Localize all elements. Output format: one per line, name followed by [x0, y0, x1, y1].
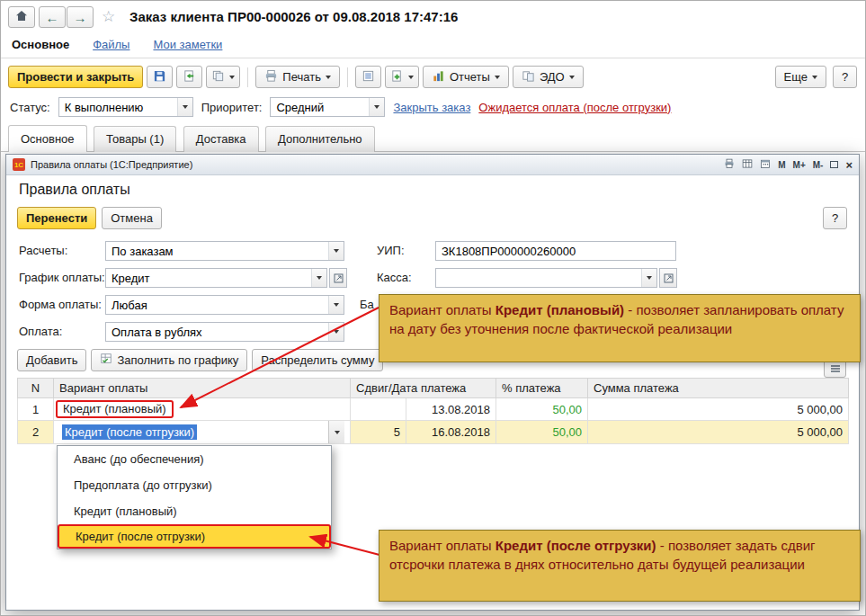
col-header-variant[interactable]: Вариант оплаты — [54, 379, 351, 398]
payment-select[interactable]: Оплата в рублях — [105, 322, 344, 342]
journal-button[interactable] — [355, 66, 381, 88]
back-icon: ← — [46, 10, 59, 25]
payment-expected-note[interactable]: Ожидается оплата (после отгрузки) — [478, 101, 671, 114]
create-based-on-button[interactable] — [385, 66, 419, 88]
post-document-icon — [183, 69, 196, 85]
bank-account-label-truncated: Ба — [360, 298, 374, 311]
copy-button[interactable] — [206, 66, 240, 88]
edo-button[interactable]: ЭДО — [513, 66, 584, 88]
save-button[interactable] — [147, 66, 173, 88]
print-button[interactable]: Печать — [255, 66, 340, 88]
table-row-selected[interactable]: 2 Кредит (после отгрузки) 5 16.08.2018 5… — [18, 421, 849, 444]
dialog-help-button[interactable]: ? — [823, 207, 847, 229]
forward-button[interactable]: → — [67, 6, 94, 28]
dialog-buttons: Перенести Отмена — [17, 207, 162, 229]
dialog-print-icon[interactable] — [724, 158, 735, 171]
help-button[interactable]: ? — [833, 66, 857, 88]
open-schedule-button[interactable] — [329, 268, 347, 288]
dialog-calendar-icon[interactable] — [760, 158, 771, 171]
transfer-button[interactable]: Перенести — [17, 207, 96, 229]
row-number[interactable]: 2 — [18, 421, 54, 444]
open-cashbox-button[interactable] — [659, 268, 677, 288]
date-cell[interactable]: 16.08.2018 — [406, 421, 496, 444]
shift-cell[interactable]: 5 — [351, 421, 406, 444]
reports-button[interactable]: Отчеты — [423, 66, 509, 88]
cell-dropdown-button[interactable] — [328, 421, 344, 443]
payment-form-select[interactable]: Любая — [105, 295, 344, 315]
col-header-sum[interactable]: Сумма платежа — [588, 379, 849, 398]
back-button[interactable]: ← — [39, 6, 66, 28]
nav-item-notes[interactable]: Мои заметки — [153, 38, 222, 51]
tab-additional[interactable]: Дополнительно — [265, 126, 375, 152]
nav-item-files[interactable]: Файлы — [93, 38, 129, 51]
dialog-titlebar-text: Правила оплаты (1С:Предприятие) — [31, 159, 192, 170]
uip-input[interactable]: ЗК1808ПР000000260000 — [435, 241, 676, 261]
dropdown-button[interactable] — [177, 98, 192, 116]
post-and-close-button[interactable]: Провести и закрыть — [8, 66, 143, 88]
sum-cell[interactable]: 5 000,00 — [588, 398, 849, 421]
variant-cell[interactable]: Кредит (плановый) — [54, 398, 351, 421]
cancel-button[interactable]: Отмена — [102, 207, 162, 229]
dialog-titlebar[interactable]: 1С Правила оплаты (1С:Предприятие) М М+ … — [6, 155, 859, 175]
more-button[interactable]: Еще — [775, 66, 826, 88]
dropdown-button[interactable] — [328, 242, 344, 260]
dropdown-button[interactable] — [311, 269, 326, 287]
variant-edit-cell[interactable]: Кредит (после отгрузки) — [54, 421, 351, 444]
close-icon[interactable]: × — [845, 159, 853, 171]
nav-item-main[interactable]: Основное — [12, 38, 69, 51]
payment-schedule-select[interactable]: Кредит — [105, 268, 327, 288]
dropdown-button[interactable] — [369, 98, 384, 116]
priority-select[interactable]: Средний — [270, 97, 385, 117]
app-window: ← → ☆ Заказ клиента ПР00-000026 от 09.08… — [0, 0, 866, 616]
date-cell[interactable]: 13.08.2018 — [406, 398, 496, 421]
tab-main[interactable]: Основное — [8, 125, 87, 152]
table-row[interactable]: 1 Кредит (плановый) 13.08.2018 50,00 5 0… — [18, 398, 849, 421]
chevron-down-icon — [334, 303, 339, 307]
dropdown-button[interactable] — [328, 296, 344, 314]
restore-window-icon[interactable] — [830, 161, 838, 168]
dropdown-item-credit-after-shipment[interactable]: Кредит (после отгрузки) — [58, 524, 331, 549]
chevron-down-icon — [334, 330, 339, 334]
callout-text: Вариант оплаты — [389, 302, 495, 317]
dropdown-item-advance[interactable]: Аванс (до обеспечения) — [58, 446, 331, 472]
tab-goods[interactable]: Товары (1) — [94, 126, 176, 152]
post-document-button[interactable] — [176, 66, 202, 88]
dropdown-item-prepayment[interactable]: Предоплата (до отгрузки) — [58, 472, 331, 498]
cashbox-select[interactable] — [435, 268, 657, 288]
close-order-link[interactable]: Закрыть заказ — [393, 101, 470, 114]
col-header-n[interactable]: N — [18, 379, 54, 398]
memory-m-button[interactable]: М — [778, 160, 785, 170]
save-icon — [153, 69, 166, 85]
open-icon — [334, 273, 344, 283]
home-button[interactable] — [8, 6, 35, 28]
dialog-table-icon[interactable] — [742, 158, 753, 171]
chevron-down-icon — [317, 276, 322, 280]
sum-cell[interactable]: 5 000,00 — [588, 421, 849, 444]
annotation-highlight-box: Кредит (плановый) — [56, 400, 174, 418]
col-header-percent[interactable]: % платежа — [496, 379, 588, 398]
status-select[interactable]: К выполнению — [58, 97, 193, 117]
memory-minus-button[interactable]: М- — [813, 160, 824, 170]
dropdown-button[interactable] — [328, 323, 344, 341]
calculations-select[interactable]: По заказам — [105, 241, 344, 261]
col-header-shift-date[interactable]: Сдвиг/Дата платежа — [351, 379, 496, 398]
table-more-button[interactable] — [824, 360, 846, 378]
add-row-button[interactable]: Добавить — [17, 349, 86, 371]
row-number[interactable]: 1 — [18, 398, 54, 421]
payment-schedule-label: График оплаты: — [19, 271, 105, 284]
tab-delivery[interactable]: Доставка — [183, 126, 259, 152]
table-header-row: N Вариант оплаты Сдвиг/Дата платежа % пл… — [18, 379, 849, 398]
report-chart-icon — [432, 69, 445, 85]
fill-by-schedule-button[interactable]: Заполнить по графику — [91, 349, 247, 371]
favorite-star-icon[interactable]: ☆ — [102, 7, 115, 26]
shift-cell[interactable] — [351, 398, 406, 421]
percent-cell[interactable]: 50,00 — [496, 421, 588, 444]
memory-plus-button[interactable]: М+ — [793, 160, 806, 170]
callout-credit-planned: Вариант оплаты Кредит (плановый) - позво… — [379, 294, 861, 362]
percent-cell[interactable]: 50,00 — [496, 398, 588, 421]
distribute-sum-button[interactable]: Распределить сумму — [252, 349, 383, 371]
calculations-label: Расчеты: — [19, 244, 67, 257]
dropdown-button[interactable] — [641, 269, 656, 287]
forward-icon: → — [74, 10, 87, 25]
dropdown-item-credit-planned[interactable]: Кредит (плановый) — [58, 498, 331, 524]
